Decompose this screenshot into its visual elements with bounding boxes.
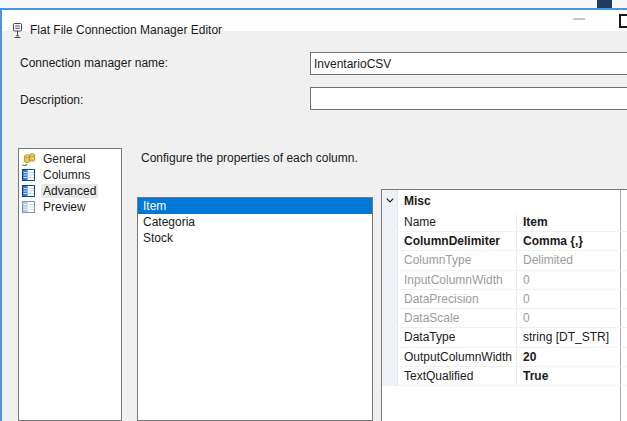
property-name: OutputColumnWidth bbox=[404, 348, 514, 366]
property-value[interactable]: 0 bbox=[523, 290, 618, 308]
column-item-stock[interactable]: Stock bbox=[138, 230, 372, 246]
sidebar-item-general[interactable]: General bbox=[19, 151, 121, 167]
sidebar-item-label: Preview bbox=[41, 200, 88, 214]
columns-listbox: ItemCategoriaStock bbox=[137, 197, 373, 421]
sidebar-item-preview[interactable]: Preview bbox=[19, 199, 121, 215]
property-row-dataprecision[interactable]: DataPrecision 0 bbox=[382, 290, 627, 309]
connection-manager-name-input[interactable] bbox=[310, 52, 627, 75]
property-value[interactable]: 0 bbox=[523, 309, 618, 327]
property-grid: Misc Name Item ColumnDelimiter Comma {,}… bbox=[381, 189, 627, 421]
property-row-inputcolumnwidth[interactable]: InputColumnWidth 0 bbox=[382, 271, 627, 290]
titlebar[interactable]: Flat File Connection Manager Editor bbox=[2, 10, 627, 31]
minimize-button[interactable] bbox=[573, 18, 585, 20]
sidebar-item-label: Columns bbox=[41, 168, 92, 182]
property-row-outputcolumnwidth[interactable]: OutputColumnWidth 20 bbox=[382, 348, 627, 367]
property-row-datascale[interactable]: DataScale 0 bbox=[382, 309, 627, 328]
sidebar-item-columns[interactable]: Columns bbox=[19, 167, 121, 183]
sidebar-item-advanced[interactable]: Advanced bbox=[19, 183, 121, 199]
property-category-label: Misc bbox=[404, 190, 431, 213]
sidebar-item-label: General bbox=[41, 152, 88, 166]
connection-database-icon bbox=[22, 153, 36, 166]
property-value[interactable]: Comma {,} bbox=[523, 232, 618, 250]
property-value[interactable]: string [DT_STR] bbox=[523, 328, 618, 346]
pages-listbox: General Columns Advanced Preview bbox=[18, 148, 122, 421]
property-row-textqualified[interactable]: TextQualified True bbox=[382, 367, 627, 386]
property-name: Name bbox=[404, 213, 514, 231]
background-window-fragment bbox=[597, 0, 612, 8]
maximize-button[interactable] bbox=[619, 14, 627, 28]
table-grid-icon bbox=[22, 169, 36, 182]
screen: Flat File Connection Manager Editor Conn… bbox=[0, 0, 627, 421]
table-grid-muted-icon bbox=[22, 201, 36, 214]
property-value[interactable]: Item bbox=[523, 213, 618, 231]
connection-manager-name-label: Connection manager name: bbox=[20, 56, 168, 70]
property-value[interactable]: 0 bbox=[523, 271, 618, 289]
window-title: Flat File Connection Manager Editor bbox=[30, 20, 222, 41]
property-row-name[interactable]: Name Item bbox=[382, 213, 627, 232]
column-item-categoria[interactable]: Categoria bbox=[138, 214, 372, 230]
property-rows: Name Item ColumnDelimiter Comma {,} Colu… bbox=[382, 213, 627, 386]
property-name: DataPrecision bbox=[404, 290, 514, 308]
property-name: ColumnType bbox=[404, 251, 514, 269]
property-name: TextQualified bbox=[404, 367, 514, 385]
sidebar-item-label: Advanced bbox=[41, 184, 98, 198]
property-name: ColumnDelimiter bbox=[404, 232, 514, 250]
property-value[interactable]: 20 bbox=[523, 348, 618, 366]
property-name: InputColumnWidth bbox=[404, 271, 514, 289]
property-value[interactable]: True bbox=[523, 367, 618, 385]
property-name: DataType bbox=[404, 328, 514, 346]
table-grid-icon bbox=[22, 185, 36, 198]
description-input[interactable] bbox=[310, 87, 627, 110]
background-strip bbox=[0, 0, 627, 8]
instruction-text: Configure the properties of each column. bbox=[141, 151, 358, 165]
description-label: Description: bbox=[20, 93, 83, 107]
property-row-datatype[interactable]: DataType string [DT_STR] bbox=[382, 328, 627, 347]
connection-manager-icon bbox=[10, 22, 24, 39]
property-category-header: Misc bbox=[382, 190, 627, 213]
property-row-columntype[interactable]: ColumnType Delimited bbox=[382, 251, 627, 270]
property-name: DataScale bbox=[404, 309, 514, 327]
property-value[interactable]: Delimited bbox=[523, 251, 618, 269]
column-item-item[interactable]: Item bbox=[138, 198, 372, 214]
property-row-columndelimiter[interactable]: ColumnDelimiter Comma {,} bbox=[382, 232, 627, 251]
chevron-down-icon[interactable] bbox=[386, 198, 394, 203]
